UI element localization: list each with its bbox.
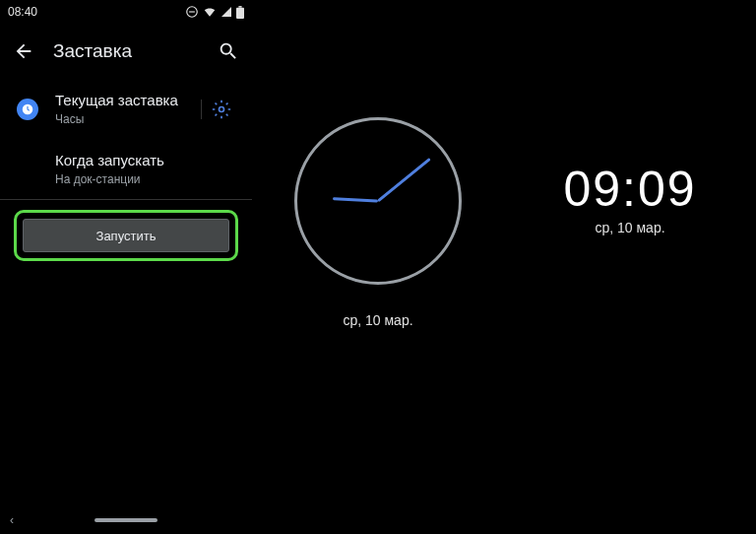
screensaver-settings-button[interactable]	[201, 100, 240, 119]
highlight-box: Запустить	[14, 210, 238, 261]
settings-panel: 08:40 Заставка Текущая заставка Часы	[0, 0, 252, 534]
appbar: Заставка	[0, 24, 252, 79]
back-button[interactable]	[6, 33, 41, 69]
analog-clock	[294, 117, 462, 285]
when-sub: На док-станции	[55, 172, 240, 188]
digital-time: 09:09	[563, 161, 696, 218]
arrow-back-icon	[13, 40, 34, 62]
gear-icon	[212, 100, 231, 119]
search-icon	[218, 40, 239, 62]
signal-icon	[220, 6, 232, 18]
status-time: 08:40	[8, 5, 185, 19]
battery-icon	[236, 6, 244, 19]
analog-clock-panel: ср, 10 мар.	[252, 0, 504, 534]
current-sub: Часы	[55, 112, 195, 128]
svg-rect-3	[238, 6, 241, 8]
wifi-icon	[203, 5, 217, 19]
analog-date: ср, 10 мар.	[343, 312, 412, 328]
status-bar: 08:40	[0, 0, 252, 24]
start-button-label: Запустить	[96, 229, 157, 243]
dnd-icon	[185, 5, 199, 19]
digital-clock-panel: 09:09 ср, 10 мар.	[504, 0, 756, 534]
svg-point-5	[219, 106, 223, 111]
svg-rect-2	[236, 7, 244, 18]
clock-app-icon	[14, 96, 41, 123]
search-button[interactable]	[211, 33, 246, 69]
digital-date: ср, 10 мар.	[595, 220, 664, 235]
status-icons	[185, 5, 244, 19]
when-to-start-row[interactable]: Когда запускать На док-станции	[0, 139, 252, 199]
navigation-bar: ‹	[0, 510, 252, 530]
when-title: Когда запускать	[55, 151, 240, 170]
nav-pill[interactable]	[94, 518, 158, 522]
current-screensaver-row[interactable]: Текущая заставка Часы	[0, 79, 252, 139]
page-title: Заставка	[53, 40, 199, 62]
start-button[interactable]: Запустить	[23, 219, 229, 252]
current-title: Текущая заставка	[55, 91, 195, 110]
nav-back-hint-icon: ‹	[10, 513, 14, 527]
